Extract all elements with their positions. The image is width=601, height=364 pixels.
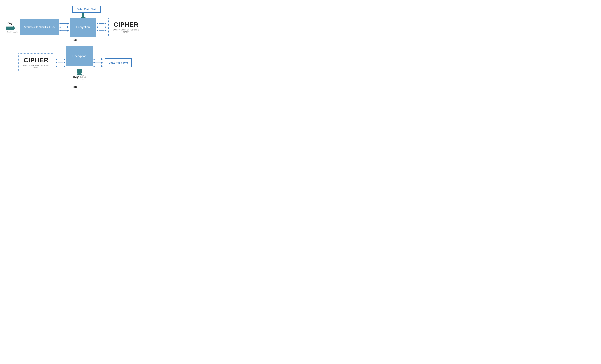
connector-line-6 — [97, 30, 106, 31]
ksa-label: Key Schedule Algorithm (KSA) — [24, 26, 55, 29]
line-2 — [61, 27, 67, 27]
key-label-a: Key — [7, 21, 12, 25]
dot-3 — [60, 30, 61, 31]
connector-line-7 — [56, 58, 65, 60]
line-6 — [99, 30, 104, 31]
part-b-wrapper: CIPHER ENCRYPTED CIPHER TEXT USING KSA K… — [1, 46, 149, 89]
plain-text-label-b: Data/ Plain Text — [109, 61, 128, 64]
connector-line-4 — [97, 23, 106, 24]
arrowhead-7 — [64, 58, 65, 60]
line-1 — [61, 23, 67, 24]
arrowhead-1 — [67, 23, 69, 24]
dot-6 — [97, 30, 98, 31]
dot-2 — [60, 27, 61, 28]
connector-line-1 — [60, 23, 69, 24]
part-a-main-row: Key User Defined Key Key Schedule Algori… — [1, 18, 149, 37]
arrowhead-2 — [67, 26, 69, 28]
ksa-box: Key Schedule Algorithm (KSA) — [20, 19, 59, 35]
plain-text-box-top: Data/ Plain Text — [72, 6, 101, 13]
connector-line-9 — [56, 65, 65, 67]
connector-3 — [56, 58, 65, 67]
label-a: (a) — [74, 38, 77, 41]
encryption-box: Encryption — [70, 18, 96, 37]
dot-8 — [56, 62, 57, 63]
connector-line-11 — [93, 62, 103, 64]
arrowhead-8 — [64, 62, 65, 64]
arrowhead-5 — [105, 26, 106, 28]
dot-10 — [93, 59, 95, 60]
dot-5 — [97, 27, 98, 28]
cipher-section-left: CIPHER ENCRYPTED CIPHER TEXT USING KSA K… — [19, 53, 54, 72]
cipher-section-right: CIPHER ENCRYPTED CIPHER TEXT USING KSA K… — [109, 18, 144, 36]
user-defined-label-a: User Defined Key — [7, 31, 19, 33]
connector-line-8 — [56, 62, 65, 64]
connector-line-5 — [97, 26, 106, 28]
line-5 — [99, 27, 104, 27]
arrowhead-10 — [101, 58, 103, 60]
dot-9 — [56, 66, 57, 67]
dot-11 — [93, 62, 95, 63]
arrowhead-4 — [105, 23, 106, 24]
dot-1 — [60, 23, 61, 24]
dot-12 — [93, 66, 95, 67]
cipher-title-b: CIPHER — [24, 57, 49, 64]
connector-4 — [93, 58, 103, 67]
connector-1 — [60, 23, 69, 31]
line-11 — [95, 63, 101, 63]
up-arrow-triangle — [77, 69, 82, 75]
user-defined-b2: User Defined Key — [80, 74, 86, 80]
plain-text-label-top: Data/ Plain Text — [77, 8, 96, 11]
cipher-subtitle-a: ENCRYPTED CIPHER TEXT USING KSA KEY — [113, 29, 139, 33]
line-8 — [58, 63, 63, 63]
part-a-wrapper: Data/ Plain Text Key User Defined Key Ke… — [1, 3, 149, 41]
cipher-subtitle-b: ENCRYPTED CIPHER TEXT USING KSA KEY — [23, 65, 49, 69]
line-7 — [58, 59, 63, 59]
arrowhead-12 — [101, 65, 103, 67]
connector-line-3 — [60, 30, 69, 31]
encryption-label: Encryption — [76, 26, 90, 29]
arrowhead-3 — [67, 30, 69, 31]
arrowhead-9 — [64, 65, 65, 67]
dot-7 — [56, 59, 57, 60]
decryption-label: Decryption — [72, 54, 86, 58]
arrowhead-11 — [101, 62, 103, 64]
diagram-container: Data/ Plain Text Key User Defined Key Ke… — [1, 3, 149, 89]
connector-line-12 — [93, 65, 103, 67]
dot-4 — [97, 23, 98, 24]
connector-line-10 — [93, 58, 103, 60]
part-b-main-row: CIPHER ENCRYPTED CIPHER TEXT USING KSA K… — [1, 46, 149, 79]
line-4 — [99, 23, 104, 24]
line-9 — [58, 66, 63, 66]
svg-rect-0 — [82, 12, 84, 17]
line-3 — [61, 30, 67, 31]
cipher-title-a: CIPHER — [114, 21, 139, 28]
arrowhead-6 — [105, 30, 106, 31]
key-arrow-shape — [6, 26, 15, 31]
key-arrow-right — [6, 26, 15, 31]
connector-2 — [97, 23, 106, 31]
key-section-left: Key User Defined Key — [6, 21, 19, 33]
connector-line-2 — [60, 26, 69, 28]
label-b: (b) — [73, 85, 77, 89]
line-10 — [95, 59, 101, 59]
decryption-box: Decryption Key User Defined Key — [66, 46, 93, 66]
key-label-b2: Key — [73, 75, 79, 79]
plain-text-box-right: Data/ Plain Text — [105, 58, 132, 67]
line-12 — [95, 66, 101, 66]
